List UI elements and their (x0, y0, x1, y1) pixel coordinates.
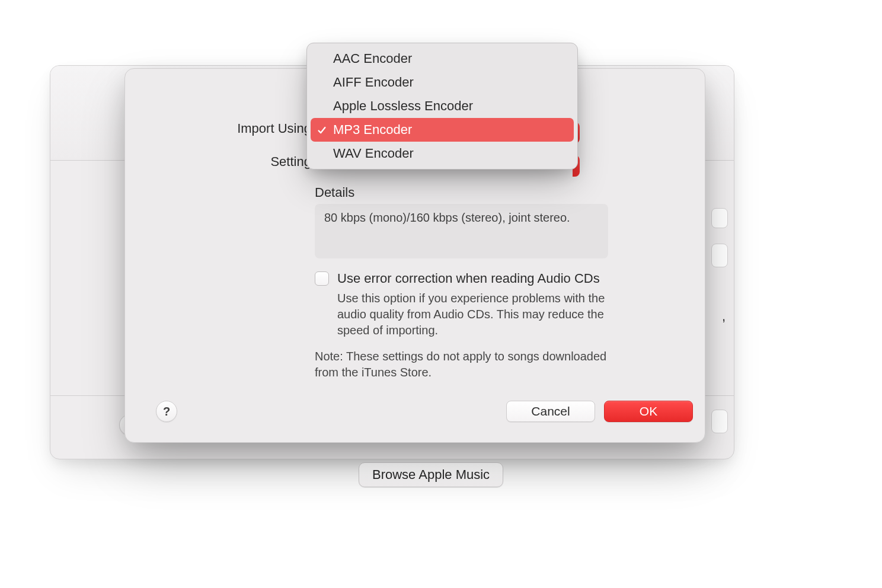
encoder-option[interactable]: MP3 Encoder (311, 118, 574, 142)
encoder-option-label: Apple Lossless Encoder (333, 98, 473, 114)
import-using-menu[interactable]: AAC EncoderAIFF EncoderApple Lossless En… (306, 43, 578, 170)
encoder-option-label: AIFF Encoder (333, 75, 414, 90)
browse-apple-music-label: Browse Apple Music (372, 467, 490, 482)
cancel-button[interactable]: Cancel (506, 401, 595, 422)
parent-right-control-3[interactable] (711, 410, 728, 433)
error-correction-checkbox[interactable] (315, 271, 329, 286)
details-label: Details (315, 185, 354, 200)
note-text: Note: These settings do not apply to son… (315, 349, 611, 381)
dialog-help-button[interactable]: ? (156, 401, 177, 422)
ok-button[interactable]: OK (604, 401, 693, 422)
encoder-option-label: WAV Encoder (333, 146, 414, 161)
browse-apple-music-button[interactable]: Browse Apple Music (359, 462, 503, 487)
ok-button-label: OK (640, 404, 657, 418)
encoder-option[interactable]: AAC Encoder (311, 47, 574, 71)
details-box: 80 kbps (mono)/160 kbps (stereo), joint … (315, 204, 608, 258)
encoder-option-label: AAC Encoder (333, 51, 412, 66)
encoder-option-label: MP3 Encoder (333, 122, 412, 138)
encoder-option[interactable]: WAV Encoder (311, 142, 574, 165)
parent-right-control-1[interactable] (711, 208, 728, 228)
setting-label: Setting: (137, 154, 315, 170)
encoder-option[interactable]: AIFF Encoder (311, 71, 574, 94)
parent-right-comma: , (722, 309, 726, 324)
details-text: 80 kbps (mono)/160 kbps (stereo), joint … (324, 211, 570, 224)
error-correction-label[interactable]: Use error correction when reading Audio … (337, 270, 600, 287)
checkmark-icon (317, 124, 328, 136)
error-correction-description: Use this option if you experience proble… (337, 290, 634, 338)
question-mark-icon: ? (163, 405, 170, 418)
parent-right-control-2[interactable] (711, 244, 728, 267)
import-using-label: Import Using: (137, 121, 315, 136)
cancel-button-label: Cancel (531, 404, 570, 418)
encoder-option[interactable]: Apple Lossless Encoder (311, 94, 574, 118)
